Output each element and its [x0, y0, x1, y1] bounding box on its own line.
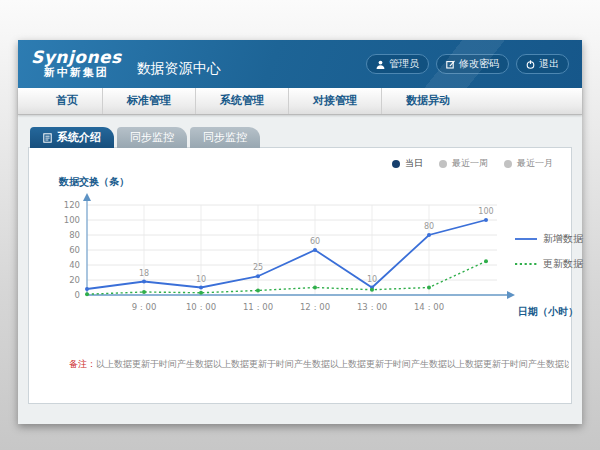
radio-icon: [504, 160, 512, 168]
change-password-button-label: 修改密码: [459, 57, 499, 71]
filter-option-last-week[interactable]: 最近一周: [439, 157, 488, 170]
header-actions: 管理员 修改密码 退出: [366, 54, 569, 74]
svg-text:60: 60: [69, 245, 80, 255]
nav-item-standard-management[interactable]: 标准管理: [103, 88, 196, 114]
nav-item-home[interactable]: 首页: [32, 88, 103, 114]
svg-text:10：00: 10：00: [186, 302, 216, 312]
footnote-text: 以上数据更新于时间产生数据以上数据更新于时间产生数据以上数据更新于时间产生数据以…: [96, 359, 569, 369]
main-nav: 首页 标准管理 系统管理 对接管理 数据异动: [18, 88, 582, 115]
legend-item[interactable]: 更新数据: [515, 257, 583, 271]
tab-system-intro[interactable]: 系统介绍: [30, 127, 114, 148]
app-window: Synjones 新中新集团 数据资源中心 管理员 修改密码: [18, 40, 582, 424]
tab-label: 系统介绍: [57, 130, 101, 145]
svg-text:11：00: 11：00: [243, 302, 273, 312]
tab-label: 同步监控: [130, 130, 174, 145]
svg-text:25: 25: [253, 263, 263, 272]
chart-legend: 新增数据更新数据: [515, 232, 583, 271]
line-chart: 0204060801001209：0010：0011：0012：0013：001…: [47, 190, 517, 330]
tab-label: 同步监控: [203, 130, 247, 145]
edit-icon: [446, 60, 455, 69]
legend-label: 新增数据: [543, 232, 583, 246]
legend-item[interactable]: 新增数据: [515, 232, 583, 246]
filter-label: 最近一周: [452, 157, 488, 170]
svg-text:10: 10: [196, 275, 206, 284]
svg-text:13：00: 13：00: [357, 302, 387, 312]
admin-button-label: 管理员: [389, 57, 419, 71]
svg-text:80: 80: [424, 222, 434, 231]
change-password-button[interactable]: 修改密码: [436, 54, 509, 74]
svg-text:14：00: 14：00: [414, 302, 444, 312]
brand-logo: Synjones 新中新集团: [31, 48, 122, 80]
svg-text:80: 80: [69, 230, 80, 240]
svg-text:10: 10: [367, 275, 377, 284]
svg-text:100: 100: [478, 207, 493, 216]
app-title: 数据资源中心: [137, 60, 221, 78]
dotted-line-icon: [515, 261, 537, 267]
legend-label: 更新数据: [543, 257, 583, 271]
logo-company-text: 新中新集团: [31, 67, 122, 80]
solid-line-icon: [515, 236, 537, 242]
svg-text:100: 100: [64, 215, 80, 225]
nav-item-system-management[interactable]: 系统管理: [196, 88, 289, 114]
user-icon: [376, 60, 385, 69]
logout-button[interactable]: 退出: [516, 54, 569, 74]
time-range-filters: 当日 最近一周 最近一月: [392, 157, 553, 170]
nav-item-integration-management[interactable]: 对接管理: [289, 88, 382, 114]
app-header: Synjones 新中新集团 数据资源中心 管理员 修改密码: [18, 40, 582, 88]
power-icon: [526, 60, 535, 69]
footnote-prefix: 备注：: [69, 359, 96, 369]
svg-text:120: 120: [64, 200, 80, 210]
filter-label: 当日: [405, 157, 423, 170]
tab-sync-monitor-1[interactable]: 同步监控: [117, 127, 187, 148]
svg-text:0: 0: [75, 290, 80, 300]
filter-option-today[interactable]: 当日: [392, 157, 423, 170]
svg-text:12：00: 12：00: [300, 302, 330, 312]
svg-text:9：00: 9：00: [132, 302, 157, 312]
tab-sync-monitor-2[interactable]: 同步监控: [190, 127, 260, 148]
chart-x-axis-label: 日期（小时）: [518, 305, 578, 319]
admin-button[interactable]: 管理员: [366, 54, 429, 74]
content-area: 系统介绍 同步监控 同步监控 当日 最近一周: [18, 115, 582, 424]
radio-icon: [392, 160, 400, 168]
svg-text:18: 18: [139, 269, 149, 278]
tab-bar: 系统介绍 同步监控 同步监控: [30, 127, 582, 148]
svg-text:40: 40: [69, 260, 80, 270]
logout-button-label: 退出: [539, 57, 559, 71]
svg-text:60: 60: [310, 237, 320, 246]
filter-option-last-month[interactable]: 最近一月: [504, 157, 553, 170]
svg-text:20: 20: [69, 275, 80, 285]
nav-item-data-change[interactable]: 数据异动: [382, 88, 474, 114]
document-icon: [43, 133, 52, 143]
logo-brand-text: Synjones: [31, 48, 122, 68]
filter-label: 最近一月: [517, 157, 553, 170]
footnote: 备注：以上数据更新于时间产生数据以上数据更新于时间产生数据以上数据更新于时间产生…: [69, 358, 569, 371]
chart-y-axis-label: 数据交换（条）: [59, 175, 129, 189]
chart-panel: 当日 最近一周 最近一月 数据交换（条） 0204060801001209：00…: [28, 147, 572, 404]
desktop-background: Synjones 新中新集团 数据资源中心 管理员 修改密码: [0, 0, 600, 450]
radio-icon: [439, 160, 447, 168]
